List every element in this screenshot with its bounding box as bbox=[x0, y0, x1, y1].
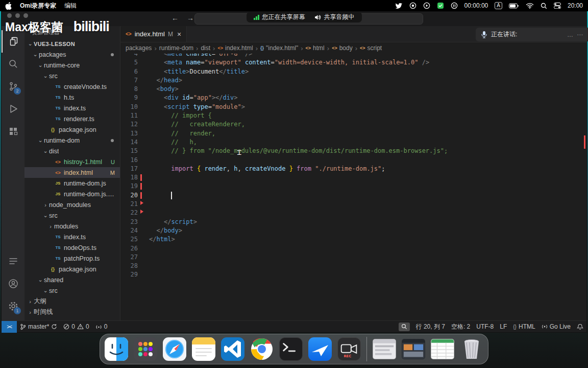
breadcrumb-item[interactable]: <>index.html bbox=[217, 44, 253, 52]
code-line-29[interactable]: 29 bbox=[120, 270, 586, 279]
terminal-icon[interactable] bbox=[279, 337, 303, 361]
record-circle-icon[interactable] bbox=[409, 2, 416, 10]
code-text[interactable]: // createRenderer, bbox=[138, 120, 245, 129]
code-text[interactable] bbox=[138, 270, 149, 279]
code-line-28[interactable]: 28 bbox=[120, 262, 586, 270]
code-line-5[interactable]: 5 <meta name="viewport" content="width=d… bbox=[120, 58, 586, 67]
tab-index-html[interactable]: <> index.html M × bbox=[120, 26, 187, 42]
nav-back-icon[interactable]: ← bbox=[172, 14, 179, 22]
tree-item-shared[interactable]: ⌄shared bbox=[24, 274, 120, 285]
breadcrumb-item[interactable]: packages bbox=[126, 44, 152, 52]
code-line-25[interactable]: 25</html> bbox=[120, 235, 586, 244]
tree-item-runtime-dom.js.map[interactable]: JSruntime-dom.js.map bbox=[24, 189, 120, 199]
code-line-17[interactable]: 17 import { render, h, createVnode } fro… bbox=[120, 165, 586, 173]
tree-item-package.json[interactable]: {}package.json bbox=[24, 124, 120, 135]
code-line-6[interactable]: 6 <title>Document</title> bbox=[120, 67, 586, 76]
code-line-10[interactable]: 10 <script type="module"> bbox=[120, 103, 586, 111]
tree-item-nodeOps.ts[interactable]: TSnodeOps.ts bbox=[24, 242, 120, 253]
code-line-8[interactable]: 8 <body> bbox=[120, 85, 586, 94]
tree-item-src[interactable]: ⌄src bbox=[24, 71, 120, 81]
code-text[interactable]: </script> bbox=[138, 218, 197, 226]
code-text[interactable]: import { render, h, createVnode } from "… bbox=[138, 165, 385, 173]
tree-item-index.ts[interactable]: TSindex.ts bbox=[24, 103, 120, 113]
activitybar-extensions-icon[interactable] bbox=[2, 120, 24, 143]
code-line-4[interactable]: 4 <meta charset="UTF-8" /> bbox=[120, 54, 586, 58]
tree-item-runtime-dom[interactable]: ⌄runtime-dom bbox=[24, 135, 120, 146]
code-text[interactable] bbox=[138, 173, 149, 182]
breadcrumb-item[interactable]: <>script bbox=[360, 44, 382, 52]
ports-item[interactable]: 0 bbox=[92, 321, 111, 333]
code-text[interactable]: <div id="app"></div> bbox=[138, 94, 238, 102]
code-editor[interactable]: 4 <meta charset="UTF-8" />5 <meta name="… bbox=[120, 54, 586, 320]
finder-icon[interactable] bbox=[105, 337, 128, 361]
code-text[interactable]: <meta name="viewport" content="width=dev… bbox=[138, 58, 429, 67]
tree-item-src[interactable]: ⌄src bbox=[24, 285, 120, 296]
code-line-11[interactable]: 11 // import { bbox=[120, 111, 586, 120]
trash-icon[interactable] bbox=[460, 337, 483, 361]
remote-indicator[interactable]: >< bbox=[2, 321, 17, 333]
code-line-24[interactable]: 24 </body> bbox=[120, 226, 586, 235]
go-live-button[interactable]: Go Live bbox=[538, 321, 574, 333]
code-text[interactable] bbox=[138, 209, 149, 217]
code-line-23[interactable]: 23 </script> bbox=[120, 218, 586, 226]
code-text[interactable] bbox=[138, 182, 149, 191]
activitybar-search-icon[interactable] bbox=[2, 53, 24, 75]
breadcrumb-item[interactable]: runtime-dom bbox=[159, 44, 193, 52]
tree-item-package.json[interactable]: {}package.json bbox=[24, 264, 120, 274]
screen-recorder-app-icon[interactable]: REC bbox=[337, 337, 361, 361]
code-text[interactable] bbox=[138, 200, 149, 209]
code-text[interactable]: // } from "/node_modules/@vue/runtime-do… bbox=[138, 147, 448, 155]
tree-item-时间线[interactable]: ›时间线 bbox=[24, 307, 120, 317]
problems-item[interactable]: 0 0 bbox=[60, 321, 92, 333]
encoding[interactable]: UTF-8 bbox=[473, 321, 497, 333]
activitybar-source-control-icon[interactable]: 2 bbox=[2, 75, 24, 98]
code-text[interactable] bbox=[138, 244, 149, 253]
tree-item-renderer.ts[interactable]: TSrenderer.ts bbox=[24, 113, 120, 124]
tree-item-大纲[interactable]: ›大纲 bbox=[24, 296, 120, 307]
apple-icon[interactable] bbox=[5, 2, 12, 10]
code-text[interactable]: <script type="module"> bbox=[138, 103, 245, 111]
code-line-9[interactable]: 9 <div id="app"></div> bbox=[120, 94, 586, 102]
code-text[interactable]: </body> bbox=[138, 226, 182, 235]
code-line-18[interactable]: 18 bbox=[120, 173, 586, 182]
breadcrumb-item[interactable]: {}"index.html" bbox=[260, 44, 298, 52]
code-line-26[interactable]: 26 bbox=[120, 244, 586, 253]
code-text[interactable]: // import { bbox=[138, 111, 212, 120]
chrome-icon[interactable] bbox=[250, 337, 274, 361]
control-center-icon[interactable] bbox=[554, 2, 561, 10]
eol-sequence[interactable]: LF bbox=[497, 321, 510, 333]
code-text[interactable] bbox=[138, 156, 149, 165]
input-method-badge[interactable]: A bbox=[495, 2, 502, 9]
pause-circle-icon[interactable] bbox=[451, 2, 458, 10]
cursor-position[interactable]: 行 20, 列 7 bbox=[413, 321, 448, 333]
nav-forward-icon[interactable]: → bbox=[187, 14, 194, 22]
tree-item-modules[interactable]: ›modules bbox=[24, 221, 120, 232]
breadcrumb-item[interactable]: dist bbox=[201, 44, 210, 52]
safari-icon[interactable] bbox=[163, 337, 186, 361]
tree-item-VUE3-LESSON[interactable]: ⌄VUE3-LESSON bbox=[24, 38, 120, 49]
code-text[interactable]: </html> bbox=[138, 235, 175, 244]
indentation[interactable]: 空格: 2 bbox=[448, 321, 473, 333]
traffic-light-dots[interactable] bbox=[7, 13, 109, 18]
tree-item-patchProp.ts[interactable]: TSpatchProp.ts bbox=[24, 253, 120, 264]
code-line-19[interactable]: 19 bbox=[120, 182, 586, 191]
tree-item-node_modules[interactable]: ›node_modules bbox=[24, 199, 120, 210]
activitybar-debug-icon[interactable] bbox=[2, 98, 24, 120]
minimized-window-3[interactable] bbox=[431, 339, 454, 359]
activitybar-remote-explorer-icon[interactable] bbox=[2, 250, 24, 272]
breadcrumb-item[interactable]: <>html bbox=[306, 44, 325, 52]
bird-icon[interactable] bbox=[395, 2, 403, 10]
tree-item-h.ts[interactable]: TSh.ts bbox=[24, 92, 120, 103]
magnifier-box[interactable] bbox=[399, 323, 410, 331]
code-text[interactable] bbox=[138, 262, 149, 270]
tree-item-index.ts[interactable]: TSindex.ts bbox=[24, 232, 120, 242]
tree-item-index.html[interactable]: <>index.htmlM bbox=[24, 167, 120, 178]
code-text[interactable]: // render, bbox=[138, 129, 215, 138]
tree-item-packages[interactable]: ⌄packages bbox=[24, 49, 120, 60]
tree-item-src[interactable]: ⌄src bbox=[24, 210, 120, 221]
code-line-15[interactable]: 15 // } from "/node_modules/@vue/runtime… bbox=[120, 147, 586, 155]
screen-mirror-app-icon[interactable] bbox=[308, 337, 332, 361]
activitybar-account-icon[interactable] bbox=[2, 272, 24, 295]
tree-item-histroy-1.html[interactable]: <>histroy-1.htmlU bbox=[24, 156, 120, 167]
code-line-7[interactable]: 7 </head> bbox=[120, 76, 586, 85]
